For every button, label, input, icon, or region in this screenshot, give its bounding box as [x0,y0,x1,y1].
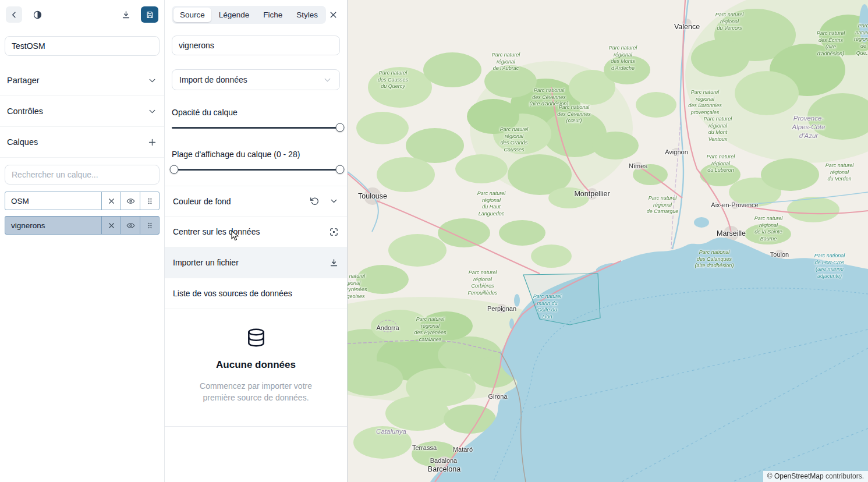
sources-list-row[interactable]: Liste de vos sources de données [165,278,347,309]
sidebar-section-layers: Calques [0,127,164,158]
empty-state: Aucune données Commencez par importer vo… [165,309,347,427]
close-icon [107,221,116,230]
empty-state-description: Commencez par importer votre première so… [185,380,327,404]
chevron-down-icon [147,76,157,86]
background-color-row[interactable]: Couleur de fond [165,186,347,217]
attribution-suffix: contributors. [824,472,864,480]
datasource-select[interactable]: Import de données [172,69,340,90]
layer-row-osm[interactable]: OSM [5,192,160,210]
project-name-input[interactable] [5,36,160,56]
download-icon [121,10,131,20]
focus-icon [329,227,339,237]
tabs-segmented-control: Source Légende Fiche Styles [172,6,326,24]
panel-tabs-bar: Source Légende Fiche Styles [165,0,347,30]
background-color-label: Couleur de fond [173,197,231,206]
attribution-osm-link[interactable]: OpenStreetMap [774,472,824,480]
layer-visibility-button[interactable] [121,217,140,234]
background-color-controls [310,196,339,206]
download-icon [329,258,339,268]
slider-fill [172,169,340,171]
tab-fiche[interactable]: Fiche [257,8,289,22]
opacity-slider-wrap [165,123,347,140]
contrast-icon [33,10,42,20]
opacity-slider[interactable] [172,123,340,132]
import-file-row[interactable]: Importer un fichier [165,247,347,278]
close-icon [328,10,338,20]
layer-list: OSM vignerons [0,192,164,235]
reset-icon[interactable] [310,196,320,206]
map-view[interactable]: ValenceToulouseMontpellierNîmesAvignonMa… [348,0,868,482]
theme-contrast-button[interactable] [29,6,45,23]
center-on-data-row[interactable]: Centrer sur les données [165,217,347,247]
zoom-range-slider[interactable] [172,165,340,174]
empty-state-title: Aucune données [185,359,327,371]
chevron-down-icon [147,107,157,116]
slider-fill [172,127,340,129]
eye-icon [126,197,135,205]
grip-icon [146,221,154,230]
sidebar-toolbar [0,0,164,29]
add-layer-button[interactable] [147,137,157,147]
layer-row-vignerons[interactable]: vignerons [5,216,160,235]
save-icon [146,10,154,19]
layer-name-input[interactable] [172,36,340,55]
database-icon [185,327,327,351]
layers-label: Calques [7,137,38,147]
share-label: Partager [7,76,40,85]
sidebar-section-controls[interactable]: Contrôles [0,96,164,127]
import-file-controls [329,258,339,268]
eye-icon [126,221,135,230]
tab-legende[interactable]: Légende [212,8,256,22]
save-button[interactable] [141,6,158,23]
chevron-left-icon [9,10,19,20]
datasource-select-value: Import de données [179,75,247,84]
layer-drag-handle[interactable] [140,192,159,210]
layer-name: vignerons [5,217,101,234]
display-range-label: Plage d'affichage du calque (0 - 28) [165,140,347,165]
grip-icon [146,197,154,205]
chevron-down-icon[interactable] [329,196,339,206]
layer-delete-button[interactable] [101,192,121,210]
range-handle-min[interactable] [170,165,179,174]
layer-search-input[interactable] [5,165,160,185]
tab-source[interactable]: Source [173,8,211,22]
layer-visibility-button[interactable] [121,192,140,210]
layer-editor-panel: Source Légende Fiche Styles Import de do… [165,0,348,482]
chevron-down-icon [323,75,332,85]
close-icon [107,197,116,205]
panel-close-button[interactable] [326,7,340,23]
sidebar: Partager Contrôles Calques OSM [0,0,165,482]
layer-name: OSM [5,192,101,210]
layer-delete-button[interactable] [101,217,121,234]
range-handle-max[interactable] [336,165,345,174]
tab-styles[interactable]: Styles [290,8,324,22]
layer-drag-handle[interactable] [140,217,159,234]
sidebar-section-share[interactable]: Partager [0,65,164,96]
map-attribution: © OpenStreetMap contributors. [763,471,868,482]
export-download-button[interactable] [118,6,134,23]
map-canvas [348,0,868,482]
app-window: Partager Contrôles Calques OSM [0,0,868,482]
controls-label: Contrôles [7,107,43,116]
attribution-prefix: © [767,472,774,480]
opacity-label: Opacité du calque [165,98,347,123]
sources-list-label: Liste de vos sources de données [173,289,292,298]
back-button[interactable] [6,6,22,23]
import-file-label: Importer un fichier [173,258,239,267]
slider-handle[interactable] [336,123,345,132]
range-slider-wrap [165,165,347,182]
center-on-data-label: Centrer sur les données [173,227,260,236]
center-on-data-controls [329,227,339,237]
